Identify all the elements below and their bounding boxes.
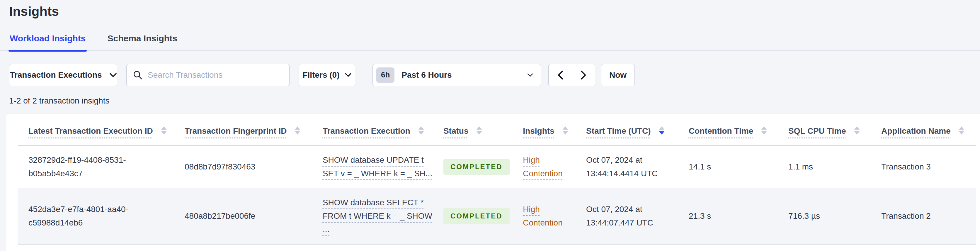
status-badge: COMPLETED — [444, 159, 510, 174]
search-input[interactable] — [147, 70, 283, 80]
tab-bar: Workload Insights Schema Insights — [0, 34, 980, 51]
column-header-label[interactable]: Contention Time — [689, 126, 753, 136]
start-time: Oct 07, 2024 at 13:44:14.4414 UTC — [586, 153, 672, 180]
column-header-label[interactable]: Insights — [523, 126, 554, 136]
table-header-row: Latest Transaction Execution ID Transact… — [18, 114, 976, 145]
column-header-application-name: Application Name — [871, 114, 976, 145]
column-header-label[interactable]: Latest Transaction Execution ID — [29, 126, 153, 136]
chevron-down-icon — [527, 73, 533, 77]
column-header-label[interactable]: Status — [444, 126, 469, 136]
sort-icon[interactable] — [477, 126, 482, 134]
search-box[interactable] — [126, 64, 290, 86]
sort-icon-active-desc[interactable] — [659, 126, 664, 134]
time-range-label: Past 6 Hours — [401, 70, 452, 80]
application-name: Transaction 3 — [881, 162, 931, 171]
previous-time-range-button[interactable] — [548, 64, 572, 86]
results-summary: 1-2 of 2 transaction insights — [9, 96, 980, 106]
sql-statement-line: SET v = _ WHERE k = _ SH... — [323, 167, 433, 180]
sort-icon[interactable] — [161, 126, 167, 134]
toolbar: Transaction Executions Filters (0) 6h Pa… — [0, 64, 980, 86]
execution-type-label: Transaction Executions — [10, 70, 102, 80]
fingerprint-id: 08d8b7d97f830463 — [185, 162, 255, 171]
chevron-down-icon — [345, 73, 352, 77]
sort-icon[interactable] — [295, 126, 300, 134]
column-header-label[interactable]: Transaction Fingerprint ID — [185, 126, 286, 136]
column-header-label[interactable]: Transaction Execution — [323, 126, 410, 136]
application-name: Transaction 2 — [881, 211, 931, 221]
execution-type-dropdown[interactable]: Transaction Executions — [9, 64, 117, 86]
time-scale-badge: 6h — [376, 67, 395, 82]
filters-dropdown[interactable]: Filters (0) — [299, 64, 355, 86]
sql-cpu-time: 1.1 ms — [788, 162, 813, 171]
chevron-down-icon — [110, 73, 117, 77]
column-header-latest-execution-id: Latest Transaction Execution ID — [18, 114, 174, 145]
column-header-label[interactable]: Start Time (UTC) — [586, 126, 651, 136]
column-header-label[interactable]: Application Name — [881, 126, 950, 136]
fingerprint-id: 480a8b217be006fe — [185, 211, 255, 221]
page-title: Insights — [0, 0, 980, 19]
chevron-left-icon — [557, 70, 563, 80]
sql-cpu-time: 716.3 µs — [788, 211, 820, 221]
transaction-execution-link[interactable]: SHOW database UPDATE t SET v = _ WHERE k… — [323, 153, 427, 180]
table-row: 452da3e7-e7fa-4801-aa40-c59988d14eb6 480… — [18, 188, 976, 245]
sql-statement-line: FROM t WHERE k = _ SHOW — [323, 209, 432, 223]
next-time-range-button[interactable] — [572, 64, 595, 86]
now-label: Now — [609, 70, 627, 80]
sql-statement-line: ... — [323, 223, 329, 237]
insights-table-card: Latest Transaction Execution ID Transact… — [6, 113, 980, 251]
contention-time: 14.1 s — [689, 162, 711, 171]
chevron-right-icon — [580, 70, 587, 80]
status-badge: COMPLETED — [444, 208, 510, 224]
transaction-execution-link[interactable]: SHOW database SELECT * FROM t WHERE k = … — [323, 196, 427, 237]
sort-icon[interactable] — [854, 126, 859, 134]
tab-schema-insights[interactable]: Schema Insights — [107, 34, 178, 50]
column-header-start-time: Start Time (UTC) — [576, 114, 678, 145]
sort-icon[interactable] — [959, 126, 964, 134]
column-header-contention-time: Contention Time — [678, 114, 778, 145]
column-header-sql-cpu-time: SQL CPU Time — [778, 114, 871, 145]
transaction-insights-table: Latest Transaction Execution ID Transact… — [18, 114, 976, 245]
filters-label: Filters (0) — [302, 70, 339, 80]
column-header-status: Status — [433, 114, 512, 145]
table-row: 328729d2-ff19-4408-8531-b05a5b4e43c7 08d… — [18, 145, 976, 188]
sort-icon[interactable] — [761, 126, 767, 134]
insight-link[interactable]: High Contention — [523, 155, 562, 178]
sql-statement-line: SHOW database SELECT * — [323, 196, 424, 209]
column-header-fingerprint-id: Transaction Fingerprint ID — [174, 114, 312, 145]
start-time: Oct 07, 2024 at 13:44:07.447 UTC — [586, 203, 672, 230]
column-header-transaction-execution: Transaction Execution — [312, 114, 433, 145]
sql-statement-line: SHOW database UPDATE t — [323, 153, 424, 167]
latest-execution-id: 328729d2-ff19-4408-8531-b05a5b4e43c7 — [29, 153, 168, 180]
insight-link[interactable]: High Contention — [523, 205, 562, 227]
search-icon — [133, 70, 142, 80]
now-button[interactable]: Now — [601, 64, 635, 86]
time-range-arrows — [548, 64, 595, 86]
sort-icon[interactable] — [563, 126, 568, 134]
sort-icon[interactable] — [418, 126, 424, 134]
tab-workload-insights[interactable]: Workload Insights — [9, 34, 86, 50]
column-header-insights: Insights — [512, 114, 576, 145]
column-header-label[interactable]: SQL CPU Time — [788, 126, 846, 136]
contention-time: 21.3 s — [689, 211, 711, 221]
latest-execution-id: 452da3e7-e7fa-4801-aa40-c59988d14eb6 — [29, 203, 168, 230]
time-range-dropdown[interactable]: 6h Past 6 Hours — [372, 64, 541, 86]
